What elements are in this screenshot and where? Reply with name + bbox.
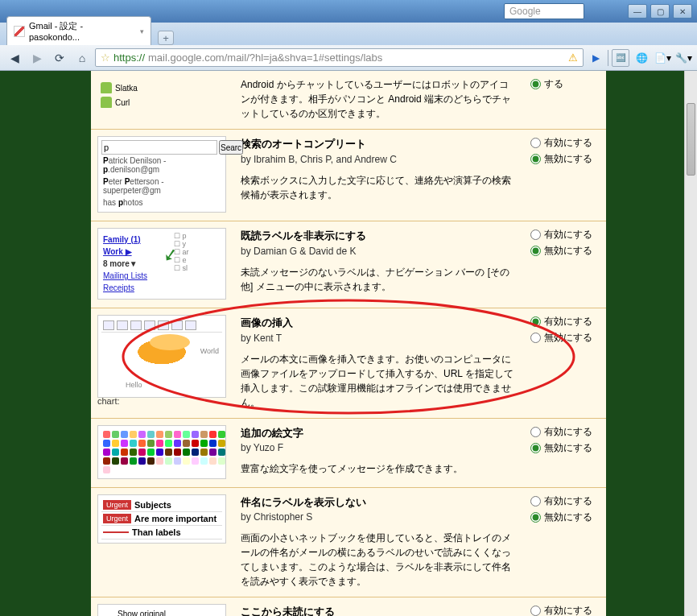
disable-radio[interactable]: 無効にする [530,511,601,524]
lab-preview: SearcPatrick Denilson - p.denilson@gmPet… [91,136,233,213]
play-button[interactable]: ▶ [587,49,604,67]
lab-description: 既読ラベルを非表示にするby Damian G & David de K未読メッ… [233,228,526,300]
lab-description: ここから未読にするby Jenny R指定したメッセージ以降のすべてのメッセージ… [233,604,526,616]
gmail-icon [14,26,25,37]
enable-radio[interactable]: 有効にする [530,494,601,508]
lab-preview: WorldHellochart: [91,315,233,410]
lab-row-extra_emoji: 追加の絵文字by Yuzo F豊富な絵文字を使ってメッセージを作成できます。有効… [91,418,606,487]
lab-title: 既読ラベルを非表示にする [241,228,518,244]
window-maximize-button[interactable]: ▢ [650,4,670,19]
lab-author: by Kent T [241,331,518,345]
enable-radio[interactable]: 有効にする [530,425,601,439]
lab-preview [91,425,233,479]
disable-radio[interactable]: する [530,77,601,91]
browser-search-box[interactable]: Google [504,3,584,19]
lab-description: 件名にラベルを表示しないby Christopher S画面の小さいネットブック… [233,494,526,589]
lab-desc-text: 画面の小さいネットブックを使用していると、受信トレイのメールの件名がメールの横に… [241,531,518,589]
lab-title: 件名にラベルを表示しない [241,494,518,511]
lab-preview: SlatkaCurl [91,77,233,121]
lab-title: 追加の絵文字 [241,425,518,441]
lab-options: 有効にする無効にする [526,228,606,300]
lab-row-hide_labels: Family (1)Work ▶8 more▼Mailing ListsRece… [91,221,606,308]
content-area: SlatkaCurlAndroid からチャットしているユーザーにはロボットのア… [0,71,697,616]
lab-author: by Damian G & David de K [241,244,518,258]
lab-options: 有効にする無効にする [526,604,606,616]
tab-bar: Gmail - 設定 - pasokondo... ▾ + [0,23,697,45]
disable-radio[interactable]: 無効にする [530,152,601,166]
lab-author: by Christopher S [241,510,518,524]
lab-description: 画像の挿入by Kent Tメールの本文に画像を挿入できます。お使いのコンピュー… [233,315,526,410]
scrollbar-thumb[interactable] [687,103,695,176]
page-menu-icon[interactable]: 📄▾ [654,49,671,67]
lab-description: Android からチャットしているユーザーにはロボットのアイコンが付きます。相… [233,77,526,121]
enable-radio[interactable]: 有効にする [530,604,601,616]
android-icon [101,82,112,93]
home-button[interactable]: ⌂ [72,48,92,68]
browser-toolbar: ◀ ▶ ⟳ ⌂ ☆ https://mail.google.com/mail/?… [0,45,697,71]
disable-radio[interactable]: 無効にする [530,244,601,258]
lab-author: by Ibrahim B, Chris P, and Andrew C [241,152,518,167]
lab-preview: UrgentSubjectsUrgentAre more importantTh… [91,494,233,589]
enable-radio[interactable]: 有効にする [530,315,601,329]
lab-title: 検索のオートコンプリート [241,136,518,152]
url-path: mail.google.com/mail/?hl=ja&shva=1#setti… [148,52,382,64]
back-button[interactable]: ◀ [5,48,24,68]
lab-desc-text: 検索ボックスに入力した文字に応じて、連絡先や演算子の検索候補が表示されます。 [241,173,518,202]
bookmark-star-icon[interactable]: ☆ [101,52,110,64]
browser-tab[interactable]: Gmail - 設定 - pasokondo... ▾ [6,16,151,45]
wrench-icon[interactable]: 🔧▾ [674,49,692,67]
window-close-button[interactable]: ✕ [673,4,692,19]
gmail-labs-page: SlatkaCurlAndroid からチャットしているユーザーにはロボットのア… [91,71,606,616]
lab-options: 有効にする無効にする [526,425,606,479]
lab-options: 有効にする無効にする [526,136,606,213]
lab-description: 追加の絵文字by Yuzo F豊富な絵文字を使ってメッセージを作成できます。 [233,425,526,479]
android-icon [101,97,112,108]
lab-title: 画像の挿入 [241,315,518,331]
warning-icon: ⚠ [568,52,578,64]
lab-preview: Family (1)Work ▶8 more▼Mailing ListsRece… [91,228,233,300]
lab-preview: PMShow originalMessage text garbled?Why … [91,604,233,616]
enable-radio[interactable]: 有効にする [530,228,601,242]
scrollbar[interactable] [684,71,697,616]
preview-search-input [101,140,217,155]
disable-radio[interactable]: 無効にする [530,441,601,455]
lab-row-hide_subject_labels: UrgentSubjectsUrgentAre more importantTh… [91,487,606,597]
lab-options: 有効にする無効にする [526,315,606,410]
labs-list: SlatkaCurlAndroid からチャットしているユーザーにはロボットのア… [91,71,606,616]
new-tab-button[interactable]: + [158,31,174,45]
lab-options: する [526,77,606,121]
enable-radio[interactable]: 有効にする [530,136,601,150]
lab-row-autocomplete: SearcPatrick Denilson - p.denilson@gmPet… [91,129,606,221]
lab-desc-text: 未読メッセージのないラベルは、ナビゲーション バーの [その他] メニューの中に… [241,265,518,294]
lab-author: by Yuzo F [241,440,518,455]
tab-dropdown-icon[interactable]: ▾ [140,27,144,35]
lab-row-chat_icon: SlatkaCurlAndroid からチャットしているユーザーにはロボットのア… [91,71,606,129]
tab-title: Gmail - 設定 - pasokondo... [29,20,136,42]
url-scheme: https:// [113,52,145,64]
lab-row-unread_from_here: PMShow originalMessage text garbled?Why … [91,597,606,616]
disable-radio[interactable]: 無効にする [530,331,601,345]
lab-description: 検索のオートコンプリートby Ibrahim B, Chris P, and A… [233,136,526,213]
lab-row-insert_image: WorldHellochart:画像の挿入by Kent Tメールの本文に画像を… [91,308,606,418]
ie-icon[interactable]: 🌐 [633,49,650,67]
window-minimize-button[interactable]: — [628,4,647,19]
lab-desc-text: Android からチャットしているユーザーにはロボットのアイコンが付きます。相… [241,77,518,121]
lab-desc-text: メールの本文に画像を挿入できます。お使いのコンピュータに画像ファイルをアップロー… [241,352,518,410]
translate-icon[interactable]: 🔤 [612,49,629,67]
forward-button[interactable]: ▶ [27,48,47,68]
browser-window: Google — ▢ ✕ Gmail - 設定 - pasokondo... ▾… [0,0,697,616]
lab-options: 有効にする無効にする [526,494,606,589]
lab-desc-text: 豊富な絵文字を使ってメッセージを作成できます。 [241,461,518,476]
reload-button[interactable]: ⟳ [50,48,69,68]
preview-search-button: Searc [219,140,243,155]
lab-title: ここから未読にする [241,604,518,616]
url-bar[interactable]: ☆ https://mail.google.com/mail/?hl=ja&sh… [95,48,584,67]
